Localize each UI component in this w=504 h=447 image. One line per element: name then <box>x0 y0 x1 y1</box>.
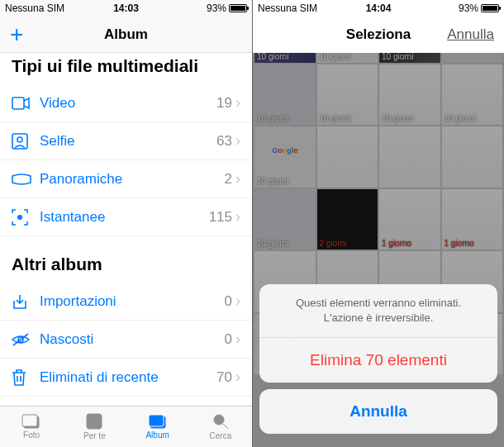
row-selfie[interactable]: Selfie 63 › <box>0 122 252 160</box>
row-count: 70 <box>216 369 235 386</box>
svg-rect-10 <box>149 415 164 426</box>
tab-foto[interactable]: Foto <box>0 407 63 447</box>
nav-bar: Seleziona Annulla <box>253 17 504 53</box>
sheet-message: Questi elementi verranno eliminati. L'az… <box>259 284 497 338</box>
status-bar: Nessuna SIM 14:04 93% <box>253 0 504 17</box>
row-importazioni[interactable]: Importazioni 0 › <box>0 283 252 321</box>
row-label: Importazioni <box>35 293 225 310</box>
svg-point-3 <box>17 215 22 220</box>
chevron-right-icon: › <box>235 292 240 310</box>
photo-grid-container: 10 giorni10 giorni10 giorni10 giorni10 g… <box>253 53 504 447</box>
cancel-nav-button[interactable]: Annulla <box>447 26 494 43</box>
section-header-other: Altri album <box>0 236 252 283</box>
row-label: Panoramiche <box>35 171 225 188</box>
sheet-cancel-button[interactable]: Annulla <box>259 389 497 434</box>
row-nascosti[interactable]: Nascosti 0 › <box>0 321 252 359</box>
row-label: Eliminati di recente <box>35 369 216 386</box>
svg-line-12 <box>223 424 228 429</box>
panorama-icon <box>12 174 35 185</box>
row-label: Nascosti <box>35 331 225 348</box>
row-count: 0 <box>225 331 235 348</box>
add-button[interactable]: + <box>10 21 23 48</box>
row-label: Istantanee <box>35 209 209 226</box>
battery-percent: 93% <box>207 2 226 14</box>
tab-label: Cerca <box>210 431 232 440</box>
tab-label: Album <box>145 430 169 440</box>
tab-label: Foto <box>23 430 40 440</box>
chevron-right-icon: › <box>235 170 240 188</box>
chevron-right-icon: › <box>235 369 240 386</box>
chevron-right-icon: › <box>235 132 240 150</box>
tab-label: Per te <box>83 431 106 440</box>
tab-per-te[interactable]: Per te <box>63 407 126 447</box>
tab-album[interactable]: Album <box>126 407 189 447</box>
row-label: Video <box>35 95 216 112</box>
battery-icon <box>229 4 247 12</box>
import-icon <box>12 293 35 310</box>
carrier-label: Nessuna SIM <box>5 2 64 14</box>
svg-rect-1 <box>12 134 27 149</box>
trash-icon <box>12 369 35 386</box>
screenshot-icon <box>12 209 35 226</box>
nav-bar: + Album <box>0 17 252 53</box>
svg-rect-7 <box>22 415 37 426</box>
row-panoramiche[interactable]: Panoramiche 2 › <box>0 160 252 198</box>
svg-rect-0 <box>12 97 24 109</box>
action-sheet: Questi elementi verranno eliminati. L'az… <box>259 284 497 440</box>
row-istantanee[interactable]: Istantanee 115 › <box>0 198 252 236</box>
chevron-right-icon: › <box>235 330 240 348</box>
row-video[interactable]: Video 19 › <box>0 84 252 122</box>
phone-albums: Nessuna SIM 14:03 93% + Album Tipi ui fi… <box>0 0 252 447</box>
video-icon <box>12 97 35 110</box>
chevron-right-icon: › <box>235 208 240 226</box>
row-count: 0 <box>225 293 235 310</box>
row-eliminati[interactable]: Eliminati di recente 70 › <box>0 359 252 397</box>
row-count: 63 <box>216 133 235 150</box>
album-list[interactable]: Tipi ui file multimediali Video 19 › Sel… <box>0 53 252 406</box>
selfie-icon <box>12 133 35 150</box>
row-label: Selfie <box>35 133 216 150</box>
battery-percent: 93% <box>459 2 478 14</box>
battery-icon <box>481 4 499 12</box>
chevron-right-icon: › <box>235 94 240 112</box>
svg-line-5 <box>13 334 28 345</box>
hidden-icon <box>12 333 35 346</box>
svg-point-2 <box>17 137 22 142</box>
row-count: 2 <box>225 171 235 188</box>
phone-delete-sheet: Nessuna SIM 14:04 93% Seleziona Annulla … <box>252 0 504 447</box>
select-button[interactable]: Seleziona <box>346 26 411 43</box>
nav-title: Album <box>104 26 148 43</box>
status-time: 14:03 <box>113 2 139 14</box>
status-time: 14:04 <box>366 2 392 14</box>
row-count: 19 <box>216 95 235 112</box>
svg-point-11 <box>214 415 224 425</box>
row-count: 115 <box>209 209 235 226</box>
carrier-label: Nessuna SIM <box>258 2 317 14</box>
tab-bar: Foto Per te Album Cerca <box>0 406 252 447</box>
status-bar: Nessuna SIM 14:03 93% <box>0 0 252 17</box>
tab-cerca[interactable]: Cerca <box>189 407 252 447</box>
delete-button[interactable]: Elimina 70 elementi <box>259 338 497 383</box>
section-header-media: Tipi ui file multimediali <box>0 53 252 84</box>
